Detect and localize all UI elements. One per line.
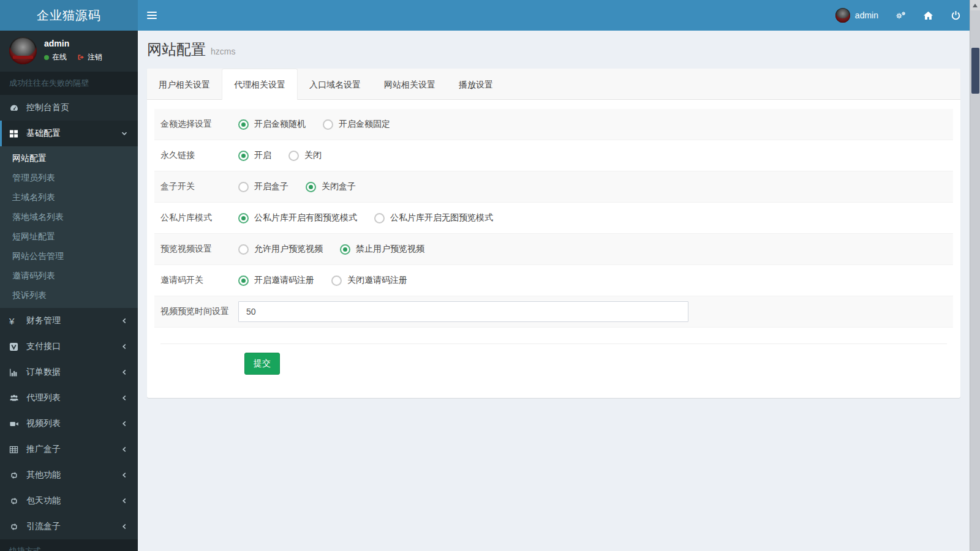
sidebar-item-basic-config[interactable]: 基础配置	[0, 121, 138, 146]
online-status-label[interactable]: 在线	[52, 52, 67, 62]
sidebar-item-label: 基础配置	[26, 128, 120, 139]
logout-link[interactable]: 注销	[77, 52, 102, 62]
sidebar-subitem-invite-code-list[interactable]: 邀请码列表	[0, 266, 138, 286]
sidebar-item-dashboard[interactable]: 控制台首页	[0, 95, 138, 121]
radio-label: 开启	[254, 150, 271, 161]
radio-option[interactable]: 开启盒子	[238, 181, 288, 192]
radio-icon[interactable]	[238, 276, 249, 286]
preview-time-input[interactable]	[238, 301, 688, 322]
sidebar-subitem-complaint-list[interactable]: 投诉列表	[0, 286, 138, 305]
radio-icon[interactable]	[306, 182, 316, 192]
radio-icon[interactable]	[374, 213, 385, 223]
user-menu[interactable]: admin	[827, 0, 887, 31]
sidebar-item-orders[interactable]: 订单数据	[0, 359, 138, 385]
avatar	[9, 37, 37, 64]
basic-config-submenu: 网站配置 管理员列表 主域名列表 落地域名列表 短网址配置 网站公告管理 邀请码…	[0, 146, 138, 308]
radio-icon[interactable]	[331, 276, 342, 286]
sidebar-shortcut-header: 快捷方式	[0, 539, 138, 551]
sidebar-item-traffic-box[interactable]: 引流盒子	[0, 514, 138, 539]
sidebar-subitem-site-config[interactable]: 网站配置	[0, 149, 138, 168]
radio-label: 关闭	[304, 150, 322, 161]
scroll-up-arrow[interactable]	[970, 0, 980, 10]
sidebar-menu: 控制台首页 基础配置 网站配置 管理员列表 主域名列表 落地域名列表 短网址配置…	[0, 95, 138, 539]
radio-option[interactable]: 允许用户预览视频	[238, 244, 323, 255]
radio-label: 允许用户预览视频	[254, 244, 323, 255]
sidebar-item-other-features[interactable]: 其他功能	[0, 462, 138, 488]
logout-label: 注销	[88, 52, 102, 62]
chevron-down-icon	[120, 129, 129, 138]
sidebar-item-label: 其他功能	[26, 470, 120, 481]
sidebar-subitem-short-url-config[interactable]: 短网址配置	[0, 227, 138, 247]
th-large-icon	[9, 129, 21, 138]
radio-option[interactable]: 开启金额随机	[238, 119, 306, 130]
vertical-scrollbar[interactable]	[970, 0, 980, 551]
yen-icon: ¥	[9, 316, 21, 326]
sidebar: admin 在线 注销 成功往往在失败的隔壁 控制台首页	[0, 31, 138, 551]
tab-entry-domain-settings[interactable]: 入口域名设置	[298, 72, 372, 99]
tab-site-settings[interactable]: 网站相关设置	[372, 72, 447, 99]
logout-button[interactable]	[942, 0, 970, 31]
sidebar-item-promo-box[interactable]: 推广盒子	[0, 437, 138, 462]
radio-option[interactable]: 开启金额固定	[323, 119, 390, 130]
tab-user-settings[interactable]: 用户相关设置	[147, 72, 222, 99]
radio-icon[interactable]	[340, 244, 350, 255]
form-row-library-mode: 公私片库模式 公私片库开启有图预览模式 公私片库开启无图预览模式	[154, 203, 953, 234]
sidebar-subitem-landing-domain-list[interactable]: 落地域名列表	[0, 208, 138, 227]
form-row-preview-time: 视频预览时间设置	[154, 296, 953, 328]
chevron-left-icon	[120, 394, 129, 402]
radio-icon[interactable]	[238, 244, 249, 255]
radio-option[interactable]: 禁止用户预览视频	[340, 244, 424, 255]
field-label: 公私片库模式	[160, 212, 238, 223]
home-button[interactable]	[914, 0, 942, 31]
field-label: 金额选择设置	[160, 119, 238, 130]
sidebar-subitem-main-domain-list[interactable]: 主域名列表	[0, 188, 138, 208]
chevron-left-icon	[120, 445, 129, 454]
sidebar-subitem-admin-list[interactable]: 管理员列表	[0, 168, 138, 188]
sidebar-subitem-announcement[interactable]: 网站公告管理	[0, 247, 138, 266]
top-navbar: 企业猫源码 admin	[0, 0, 970, 31]
settings-box: 用户相关设置 代理相关设置 入口域名设置 网站相关设置 播放设置 金额选择设置 …	[147, 69, 960, 398]
chevron-left-icon	[120, 342, 129, 351]
page-title: 网站配置	[147, 40, 206, 59]
radio-option[interactable]: 公私片库开启无图预览模式	[374, 212, 493, 223]
tab-agent-settings[interactable]: 代理相关设置	[222, 69, 298, 100]
users-icon	[9, 393, 21, 403]
field-label: 盒子开关	[160, 181, 238, 192]
radio-option[interactable]: 开启邀请码注册	[238, 275, 314, 286]
power-icon	[951, 10, 961, 21]
radio-icon[interactable]	[288, 151, 299, 161]
sidebar-item-payment[interactable]: 支付接口	[0, 334, 138, 359]
app-logo[interactable]: 企业猫源码	[0, 0, 138, 31]
sidebar-toggle-button[interactable]	[138, 0, 166, 31]
radio-option[interactable]: 关闭邀请码注册	[331, 275, 407, 286]
sidebar-item-label: 财务管理	[26, 315, 120, 326]
sidebar-item-videos[interactable]: 视频列表	[0, 411, 138, 437]
radio-icon[interactable]	[238, 182, 249, 192]
radio-option[interactable]: 关闭盒子	[306, 181, 356, 192]
sidebar-item-daily-pass[interactable]: 包天功能	[0, 488, 138, 514]
scrollbar-thumb[interactable]	[971, 48, 979, 94]
sidebar-item-finance[interactable]: ¥ 财务管理	[0, 308, 138, 334]
table-icon	[9, 444, 21, 454]
radio-label: 关闭邀请码注册	[347, 275, 407, 286]
radio-icon[interactable]	[238, 119, 249, 130]
tab-play-settings[interactable]: 播放设置	[447, 72, 505, 99]
sidebar-item-label: 支付接口	[26, 341, 120, 352]
radio-icon[interactable]	[238, 151, 249, 161]
settings-button[interactable]	[887, 0, 914, 31]
radio-label: 关闭盒子	[322, 181, 356, 192]
navbar-right: admin	[827, 0, 970, 31]
main-content: 网站配置 hzcms 用户相关设置 代理相关设置 入口域名设置 网站相关设置 播…	[138, 31, 970, 551]
form-row-box-switch: 盒子开关 开启盒子 关闭盒子	[154, 171, 953, 203]
radio-option[interactable]: 关闭	[288, 150, 322, 161]
page-subtitle: hzcms	[211, 47, 235, 56]
radio-label: 公私片库开启有图预览模式	[254, 212, 357, 223]
radio-option[interactable]: 开启	[238, 150, 271, 161]
radio-option[interactable]: 公私片库开启有图预览模式	[238, 212, 357, 223]
avatar	[835, 8, 850, 23]
radio-icon[interactable]	[238, 213, 249, 223]
radio-icon[interactable]	[323, 119, 333, 130]
submit-button[interactable]: 提交	[244, 353, 280, 375]
sidebar-item-agents[interactable]: 代理列表	[0, 385, 138, 411]
retweet-icon	[9, 470, 21, 480]
